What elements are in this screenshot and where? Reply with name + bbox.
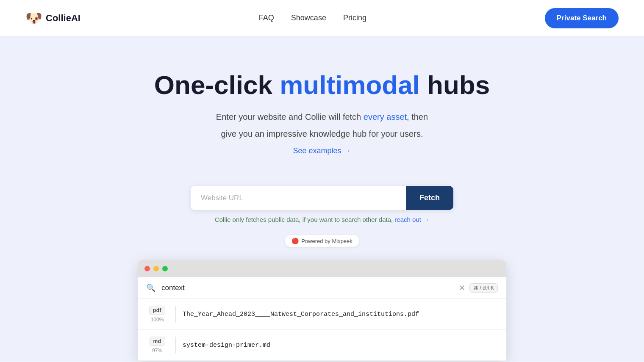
hero-title-highlight: multimodal — [280, 70, 420, 99]
window-search-right: ✕ ⌘ / ctrl K — [459, 283, 498, 293]
hero-title: One-click multimodal hubs — [8, 70, 636, 100]
kbd-hint: ⌘ / ctrl K — [469, 283, 498, 293]
window-dot-green — [162, 266, 168, 271]
result-divider-1 — [175, 337, 176, 354]
kbd-modifier: ⌘ / ctrl — [473, 285, 489, 291]
fetch-button[interactable]: Fetch — [406, 186, 453, 210]
window-search-query: context — [161, 284, 453, 292]
hero-section: One-click multimodal hubs Enter your web… — [0, 36, 644, 172]
result-score-1: 97% — [152, 348, 162, 354]
nav-pricing[interactable]: Pricing — [343, 14, 366, 22]
collie-note-text: Collie only fetches public data, if you … — [215, 216, 393, 223]
nav-showcase[interactable]: Showcase — [291, 14, 326, 22]
result-item[interactable]: md 97% system-design-primer.md — [138, 330, 506, 361]
result-filename-0: The_Year_Ahead_2023____NatWest_Corporate… — [183, 311, 419, 318]
powered-label: Powered by Mixpeek — [301, 238, 353, 244]
window-dot-red — [144, 266, 150, 271]
result-badge-0: pdf 100% — [146, 306, 168, 323]
logo-text: CollieAI — [46, 13, 80, 24]
result-divider-0 — [175, 306, 176, 323]
header: 🐶 CollieAI FAQ Showcase Pricing Private … — [0, 0, 644, 36]
result-type-0: pdf — [149, 306, 165, 315]
hero-subtitle: Enter your website and Collie will fetch… — [8, 110, 636, 124]
hero-sub-end: , then — [407, 112, 428, 122]
url-input[interactable] — [191, 186, 406, 210]
private-search-button[interactable]: Private Search — [545, 8, 619, 28]
result-badge-1: md 97% — [146, 337, 168, 354]
mixpeek-icon: 🔴 — [291, 238, 299, 244]
demo-window: 🔍 context ✕ ⌘ / ctrl K pdf 100% The_Year — [138, 260, 506, 361]
logo[interactable]: 🐶 CollieAI — [25, 10, 80, 26]
kbd-k: K — [491, 285, 494, 291]
window-body: 🔍 context ✕ ⌘ / ctrl K pdf 100% The_Year — [138, 277, 506, 361]
window-close-button[interactable]: ✕ — [459, 283, 465, 293]
reach-out-link[interactable]: reach out → — [394, 216, 429, 223]
main-nav: FAQ Showcase Pricing — [259, 14, 366, 22]
powered-badge: 🔴 Powered by Mixpeek — [285, 235, 359, 247]
window-dot-yellow — [153, 266, 159, 271]
demo-section: 🔍 context ✕ ⌘ / ctrl K pdf 100% The_Year — [0, 260, 644, 361]
logo-icon: 🐶 — [25, 10, 42, 26]
result-item[interactable]: pdf 100% The_Year_Ahead_2023____NatWest_… — [138, 299, 506, 330]
window-search-icon: 🔍 — [146, 283, 155, 293]
hero-title-end: hubs — [420, 70, 490, 99]
nav-faq[interactable]: FAQ — [259, 14, 274, 22]
result-filename-1: system-design-primer.md — [183, 342, 270, 349]
powered-by-section: 🔴 Powered by Mixpeek — [0, 230, 644, 260]
every-asset-link[interactable]: every asset — [364, 112, 407, 122]
search-bar: Fetch — [191, 186, 453, 210]
collie-note: Collie only fetches public data, if you … — [215, 216, 429, 223]
result-score-0: 100% — [151, 317, 164, 323]
search-section: Fetch Collie only fetches public data, i… — [0, 172, 644, 230]
window-search-bar: 🔍 context ✕ ⌘ / ctrl K — [138, 277, 506, 299]
see-examples-link[interactable]: See examples → — [293, 146, 351, 155]
hero-subtitle2: give you an impressive knowledge hub for… — [8, 127, 636, 141]
hero-sub-start: Enter your website and Collie will fetch — [216, 112, 364, 122]
hero-title-start: One-click — [154, 70, 280, 99]
result-type-1: md — [150, 337, 165, 346]
window-titlebar — [138, 260, 506, 277]
